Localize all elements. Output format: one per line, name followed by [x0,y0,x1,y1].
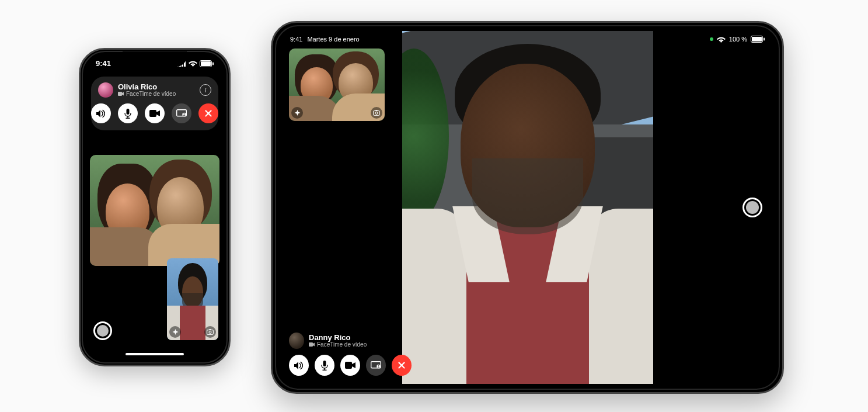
effects-button[interactable] [291,107,303,119]
share-screen-button[interactable] [366,355,386,376]
camera-button[interactable] [340,355,360,376]
iphone-notch [123,51,187,67]
svg-rect-8 [127,109,130,115]
call-controls-group: Danny Rico FaceTime de vídeo [289,333,412,376]
iphone-screen: 9:41 Olivia Rico [85,54,224,360]
iphone-device-frame: 9:41 Olivia Rico [79,48,231,366]
caller-avatar[interactable] [289,333,304,349]
svg-rect-29 [345,362,352,369]
svg-rect-21 [752,37,762,41]
battery-percentage: 100 % [729,36,747,43]
self-view-pip[interactable] [167,258,218,340]
caller-info-row: Danny Rico FaceTime de vídeo [289,333,412,349]
call-controls-row [98,103,211,123]
mic-button[interactable] [315,355,334,376]
svg-rect-17 [207,330,214,335]
svg-point-24 [375,112,378,115]
remote-participants-illustration [90,155,219,266]
mic-button[interactable] [118,103,138,123]
ipad-screen: 9:41 Martes 9 de enero 100 % [281,31,774,384]
call-controls-row [289,355,412,376]
live-photo-shutter-button[interactable] [742,198,762,217]
battery-icon [751,36,765,43]
speaker-button[interactable] [289,355,309,376]
end-call-button[interactable] [392,355,412,376]
ipad-status-bar: 9:41 Martes 9 de enero 100 % [281,36,774,43]
end-call-button[interactable] [198,103,218,123]
svg-point-14 [183,113,184,115]
caller-name: Olivia Rico [118,83,195,91]
svg-rect-11 [149,110,156,117]
flip-camera-button[interactable] [371,107,382,119]
remote-video-feed[interactable] [90,155,219,266]
camera-indicator-icon [710,37,713,41]
caller-name: Danny Rico [309,334,412,341]
status-time: 9:41 [96,59,111,68]
svg-point-32 [378,365,379,366]
svg-rect-25 [309,342,313,347]
svg-point-18 [209,331,211,334]
flip-camera-button[interactable] [204,326,216,338]
caller-subtitle: FaceTime de vídeo [118,91,195,97]
remote-video-feed[interactable] [402,31,653,384]
svg-point-19 [710,37,713,41]
share-screen-button[interactable] [172,103,191,123]
wifi-icon [717,36,726,43]
battery-icon [200,60,214,67]
self-view-illustration [289,49,385,121]
video-camera-icon [118,92,124,96]
svg-rect-5 [201,61,211,66]
svg-rect-22 [764,38,765,41]
svg-rect-7 [118,92,122,96]
caller-info-row: Olivia Rico FaceTime de vídeo i [98,82,211,98]
status-time: 9:41 [290,36,302,43]
status-date: Martes 9 de enero [307,36,359,43]
speaker-button[interactable] [91,103,111,123]
video-camera-icon [309,342,315,347]
caller-subtitle: FaceTime de vídeo [309,341,412,348]
svg-rect-26 [323,361,326,366]
wifi-icon [189,60,197,67]
info-button[interactable]: i [200,84,211,96]
caller-avatar[interactable] [98,82,113,98]
call-controls-card: Olivia Rico FaceTime de vídeo i [91,77,218,130]
home-indicator[interactable] [126,353,184,355]
ipad-device-frame: 9:41 Martes 9 de enero 100 % [271,21,784,394]
live-photo-shutter-button[interactable] [93,321,112,340]
svg-rect-6 [212,62,214,65]
svg-rect-23 [374,111,380,116]
camera-button[interactable] [145,103,165,123]
effects-button[interactable] [169,326,181,338]
self-view-pip[interactable] [289,49,385,121]
